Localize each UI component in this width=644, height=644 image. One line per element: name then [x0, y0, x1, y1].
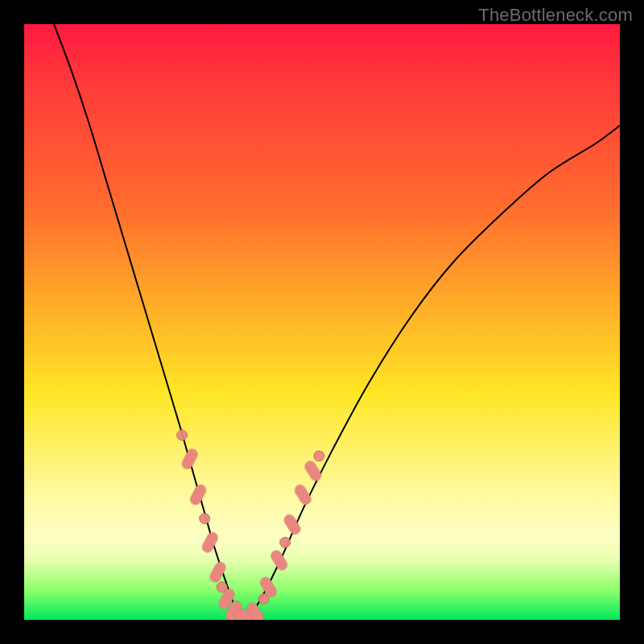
outer-frame: TheBottleneck.com [0, 0, 644, 644]
marker-lozenge [290, 520, 295, 529]
marker-lozenge [300, 490, 306, 499]
marker-lozenge [225, 594, 229, 603]
marker-lozenge [253, 609, 258, 617]
marker-lozenge [208, 538, 213, 547]
marker-lozenge [266, 583, 271, 592]
marker-lozenge [310, 466, 316, 475]
highlighted-markers [177, 430, 324, 617]
marker-lozenge [276, 555, 282, 564]
marker-lozenge [196, 490, 200, 499]
valley-curve [54, 24, 620, 617]
marker-dot [314, 451, 324, 461]
marker-dot [177, 430, 188, 440]
chart-svg [24, 24, 620, 620]
curve-path [54, 24, 620, 617]
marker-dot [200, 514, 210, 524]
plot-area [24, 24, 620, 620]
marker-lozenge [188, 454, 192, 463]
watermark-text: TheBottleneck.com [478, 5, 633, 26]
marker-lozenge [215, 568, 220, 576]
marker-dot [280, 537, 291, 547]
